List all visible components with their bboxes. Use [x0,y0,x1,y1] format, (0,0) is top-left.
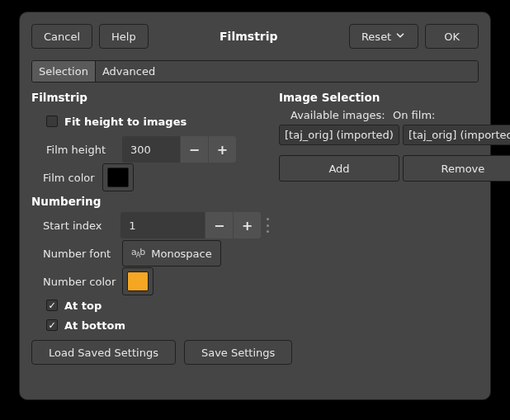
section-numbering: Numbering [31,195,271,208]
at-top-row: At top [31,295,271,315]
chevron-down-icon [394,30,406,44]
number-color-row: Number color [31,267,271,295]
dialog-footer: Load Saved Settings Save Settings [31,340,479,365]
film-color-swatch [107,168,129,187]
available-images-label: Available images: [290,109,390,121]
available-images-list[interactable]: [taj_orig] (imported) [279,125,399,145]
film-height-label: Film height [46,144,122,156]
film-color-label: Film color [43,172,102,184]
start-index-input[interactable] [120,212,205,238]
on-film-label: On film: [393,109,510,121]
at-bottom-checkbox[interactable] [46,319,58,331]
right-panel: Image Selection Available images: On fil… [279,87,510,335]
dialog-title: Filmstrip [220,30,278,43]
fit-height-row: Fit height to images [31,107,271,135]
help-button[interactable]: Help [99,24,149,49]
at-top-checkbox[interactable] [46,300,58,311]
font-icon: aAb [131,248,144,259]
at-top-label: At top [64,300,102,312]
number-color-label: Number color [43,276,122,288]
number-font-value: Monospace [151,248,212,260]
reset-label: Reset [361,31,391,43]
dialog-header: Cancel Help Filmstrip Reset OK [31,24,479,49]
film-height-minus[interactable]: − [180,136,208,163]
remove-button[interactable]: Remove [403,155,510,182]
start-index-spinner: − + [120,212,261,238]
start-index-minus[interactable]: − [205,212,233,238]
ok-button[interactable]: OK [425,24,479,49]
film-height-row: Film height − + [31,135,271,163]
list-item[interactable]: [taj_orig] (imported) [408,129,510,141]
load-saved-settings-button[interactable]: Load Saved Settings [31,340,176,365]
start-index-row: Start index − + [31,211,271,239]
film-color-button[interactable] [102,163,134,191]
drag-grip-icon[interactable] [264,218,271,233]
start-index-plus[interactable]: + [233,212,261,238]
tab-selection[interactable]: Selection [32,61,96,82]
reset-button[interactable]: Reset [349,24,418,49]
tab-advanced[interactable]: Advanced [96,61,478,82]
add-button[interactable]: Add [279,155,399,182]
film-height-plus[interactable]: + [208,136,236,163]
number-font-label: Number font [43,248,122,260]
save-settings-button[interactable]: Save Settings [184,340,292,365]
at-bottom-row: At bottom [31,315,271,335]
number-font-button[interactable]: aAb Monospace [122,240,221,267]
on-film-list[interactable]: [taj_orig] (imported) [403,125,510,145]
number-color-swatch [127,271,149,291]
fit-height-label: Fit height to images [64,116,187,128]
list-item[interactable]: [taj_orig] (imported) [285,129,394,141]
at-bottom-label: At bottom [64,319,125,332]
cancel-button[interactable]: Cancel [31,24,92,49]
number-color-button[interactable] [122,267,153,295]
tab-bar: Selection Advanced [31,60,479,83]
section-image-selection: Image Selection [279,91,510,104]
dialog-filmstrip: Cancel Help Filmstrip Reset OK Selection… [19,12,491,400]
section-filmstrip: Filmstrip [31,91,271,104]
film-height-spinner: − + [122,136,236,163]
film-height-input[interactable] [122,136,180,163]
start-index-label: Start index [43,219,120,232]
left-panel: Filmstrip Fit height to images Film heig… [31,87,271,335]
number-font-row: Number font aAb Monospace [31,239,271,267]
fit-height-checkbox[interactable] [46,116,58,127]
film-color-row: Film color [31,163,271,191]
